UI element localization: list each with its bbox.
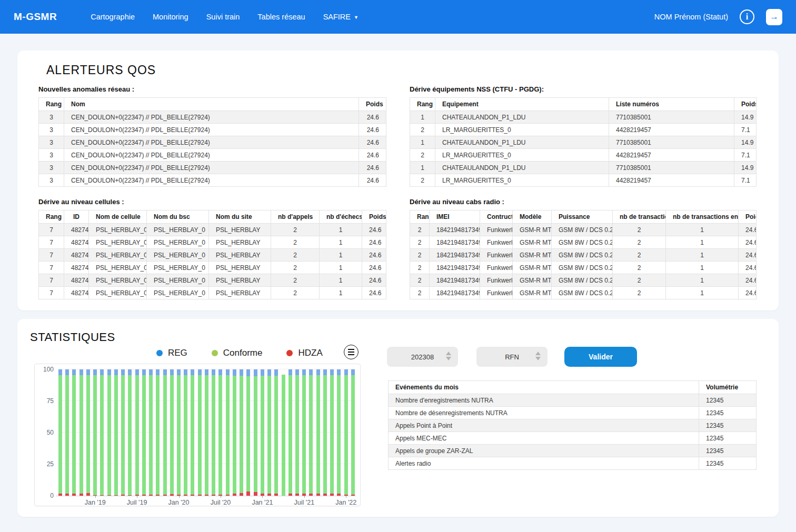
logout-icon[interactable]: → (766, 9, 782, 25)
bar-group[interactable] (177, 369, 181, 496)
bar-segment-conforme (351, 375, 355, 495)
bar-group[interactable] (149, 369, 153, 496)
cell: GSM 8W / DCS 0.25 W (552, 236, 613, 249)
cell: 18421948173495 (430, 249, 480, 262)
cell: PSL_HERBLAY (209, 249, 271, 262)
bar-group[interactable] (344, 369, 348, 496)
cell: 12345 (699, 457, 757, 470)
table-cabs: RangIMEIContructeurModèlePuissancenb de … (410, 210, 757, 299)
bar-group[interactable] (58, 369, 62, 496)
chart-menu-icon[interactable] (344, 345, 359, 359)
spinner-down-icon[interactable] (446, 357, 451, 360)
column-header: Nom (64, 98, 359, 111)
table-events: Evénements du moisVolumétrieNombre d'enr… (388, 380, 757, 470)
bar-segment-conforme (246, 376, 250, 491)
bar-segment-conforme (72, 375, 76, 494)
bar-group[interactable] (86, 369, 90, 496)
nav-item-safire[interactable]: SAFIRE▼ (323, 13, 359, 21)
bar-segment-conforme (282, 375, 285, 496)
network-select[interactable]: RFN (476, 347, 548, 367)
bar-group[interactable] (163, 369, 167, 496)
bar-group[interactable] (288, 369, 292, 496)
bar-group[interactable] (114, 369, 118, 496)
bar-group[interactable] (240, 369, 243, 496)
nav-item-monitoring[interactable]: Monitoring (153, 13, 188, 21)
bar-segment-reg (149, 369, 153, 375)
cell: 2 (271, 224, 320, 236)
cell: 7.1 (734, 149, 757, 162)
legend-label: HDZA (298, 348, 322, 358)
bar-group[interactable] (323, 369, 327, 496)
bar-group[interactable] (93, 369, 97, 496)
table-row: 2LR_MARGUERITTES_044282194577.1 (410, 149, 757, 162)
bar-group[interactable] (351, 369, 355, 496)
bar-group[interactable] (128, 369, 132, 496)
bar-group[interactable] (261, 369, 264, 496)
bar-group[interactable] (205, 369, 208, 496)
nav-item-suivi-train[interactable]: Suivi train (206, 13, 240, 21)
app-logo[interactable]: M-GSMR (14, 11, 57, 23)
cell: 7 (39, 262, 64, 274)
cell: 1 (666, 287, 739, 299)
nav-item-tables-reseau[interactable]: Tables réseau (257, 13, 305, 21)
bar-group[interactable] (254, 369, 257, 496)
bar-group[interactable] (233, 369, 236, 496)
cell: 2 (271, 274, 320, 287)
bar-group[interactable] (72, 369, 76, 496)
user-name: NOM Prénom (Statut) (654, 13, 728, 21)
bar-group[interactable] (79, 369, 83, 496)
bar-group[interactable] (212, 369, 215, 496)
cell: 48274 (64, 274, 89, 287)
spinner-up-icon[interactable] (446, 352, 451, 355)
table-anomalies: RangNomPoids3CEN_DOULON+0(22347) // PDL_… (38, 97, 386, 187)
bar-group[interactable] (170, 369, 174, 496)
bar-segment-reg (240, 369, 243, 376)
spinner-up-icon[interactable] (535, 352, 541, 355)
spinner-down-icon[interactable] (535, 357, 541, 360)
bar-group[interactable] (267, 369, 271, 496)
cell: 24.6 (739, 287, 757, 299)
valider-button[interactable]: Valider (564, 347, 637, 367)
legend-item-conforme[interactable]: Conforme (212, 348, 263, 358)
column-header: nb d'échecs (320, 210, 362, 224)
bars-container (58, 369, 355, 496)
bar-group[interactable] (191, 369, 194, 496)
bar-group[interactable] (121, 369, 125, 496)
bar-group[interactable] (65, 369, 69, 496)
period-select[interactable]: 202308 (387, 347, 458, 367)
table-row: Appels Point à Point12345 (389, 419, 757, 432)
table-row: Nombre de désenregistrements NUTRA12345 (389, 407, 757, 419)
bar-group[interactable] (302, 369, 306, 496)
bar-group[interactable] (218, 369, 222, 496)
bar-group[interactable] (337, 369, 341, 496)
nav-item-cartographie[interactable]: Cartographie (91, 13, 135, 21)
legend-item-hdza[interactable]: HDZA (286, 348, 322, 358)
bar-group[interactable] (246, 369, 250, 496)
bar-segment-conforme (288, 375, 292, 494)
x-tickmark (179, 496, 180, 498)
bar-group[interactable] (107, 369, 111, 496)
bar-group[interactable] (330, 369, 334, 496)
bar-group[interactable] (316, 369, 320, 496)
cell: GSM 8W / DCS 0.25 W (552, 262, 613, 274)
cell: 1 (666, 236, 739, 249)
bar-group[interactable] (282, 369, 285, 496)
bar-group[interactable] (198, 369, 202, 496)
bar-group[interactable] (295, 369, 299, 496)
legend-item-reg[interactable]: REG (156, 348, 187, 358)
cell: 1 (320, 274, 362, 287)
bar-segment-conforme (107, 375, 111, 495)
bar-group[interactable] (100, 369, 104, 496)
bar-group[interactable] (142, 369, 146, 496)
cell: PSL_HERBLAY_0 (89, 236, 147, 249)
column-header: Poids (739, 210, 757, 224)
bar-group[interactable] (156, 369, 160, 496)
bar-group[interactable] (274, 369, 278, 496)
bar-group[interactable] (184, 369, 187, 496)
bar-segment-conforme (212, 375, 215, 495)
bar-group[interactable] (226, 369, 230, 496)
bar-group[interactable] (135, 369, 139, 496)
bar-group[interactable] (309, 369, 313, 496)
info-icon[interactable]: i (740, 9, 754, 24)
bar-segment-reg (226, 369, 230, 375)
